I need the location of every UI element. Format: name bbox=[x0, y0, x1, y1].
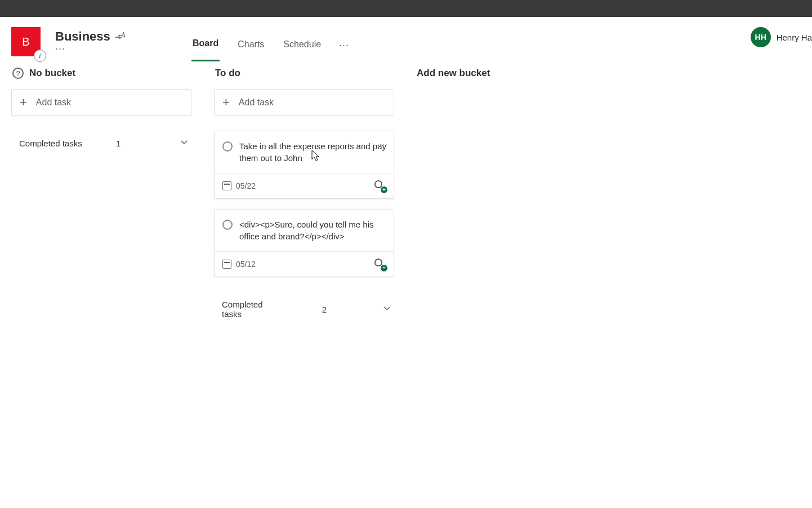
plus-icon: + bbox=[222, 95, 230, 110]
task-title: <div><p>Sure, could you tell me his offi… bbox=[239, 219, 387, 242]
completed-tasks-toggle[interactable]: Completed tasks 1 bbox=[11, 139, 191, 148]
user-name: Henry Ha bbox=[777, 33, 812, 42]
bucket-todo: To do + Add task Take in all the expense… bbox=[214, 68, 394, 319]
add-plus-icon: + bbox=[381, 265, 387, 271]
add-task-label: Add task bbox=[239, 97, 274, 108]
plus-icon: + bbox=[20, 95, 27, 110]
add-new-bucket[interactable]: Add new bucket bbox=[417, 68, 563, 79]
task-card[interactable]: Take in all the expense reports and pay … bbox=[214, 131, 394, 199]
header: B i Business ··· Board Charts Schedule ·… bbox=[0, 17, 812, 62]
calendar-icon bbox=[222, 181, 231, 190]
plan-more-icon[interactable]: ··· bbox=[55, 43, 125, 55]
add-task-label: Add task bbox=[36, 97, 71, 108]
chevron-down-icon bbox=[383, 305, 391, 314]
plan-tile-letter: B bbox=[22, 35, 29, 48]
window-chrome bbox=[0, 0, 812, 17]
plan-title[interactable]: Business bbox=[55, 29, 110, 44]
user-button[interactable]: HH Henry Ha bbox=[751, 27, 812, 47]
task-more-icon[interactable]: ··· bbox=[379, 139, 388, 149]
avatar: HH bbox=[751, 27, 771, 47]
help-icon[interactable]: ? bbox=[12, 68, 24, 79]
complete-radio[interactable] bbox=[222, 141, 233, 151]
completed-count: 1 bbox=[116, 139, 121, 148]
completed-count: 2 bbox=[322, 305, 327, 314]
assign-button[interactable]: + bbox=[374, 180, 386, 191]
complete-radio[interactable] bbox=[222, 220, 233, 230]
add-task-button[interactable]: + Add task bbox=[11, 89, 191, 116]
add-plus-icon: + bbox=[381, 186, 387, 193]
task-card[interactable]: <div><p>Sure, could you tell me his offi… bbox=[214, 209, 394, 277]
completed-tasks-toggle[interactable]: Completed tasks 2 bbox=[214, 300, 394, 319]
due-date-text: 05/22 bbox=[236, 181, 256, 190]
due-date: 05/12 bbox=[222, 260, 256, 269]
assign-button[interactable]: + bbox=[374, 259, 386, 270]
info-icon[interactable]: i bbox=[34, 50, 46, 62]
bucket-no-bucket: ? No bucket + Add task Completed tasks 1 bbox=[11, 68, 191, 148]
tab-board[interactable]: Board bbox=[191, 29, 220, 61]
view-tabs: Board Charts Schedule ··· bbox=[191, 29, 349, 61]
bucket-title[interactable]: To do bbox=[215, 68, 240, 79]
due-date-text: 05/12 bbox=[236, 260, 256, 269]
completed-label: Completed tasks bbox=[19, 139, 82, 148]
add-task-button[interactable]: + Add task bbox=[214, 89, 394, 116]
completed-label: Completed tasks bbox=[222, 300, 266, 319]
due-date: 05/22 bbox=[222, 181, 256, 190]
plan-title-wrap: Business ··· bbox=[55, 29, 125, 55]
tab-charts[interactable]: Charts bbox=[237, 30, 265, 61]
calendar-icon bbox=[222, 260, 231, 269]
pin-icon[interactable] bbox=[114, 29, 127, 43]
board: ? No bucket + Add task Completed tasks 1… bbox=[0, 62, 812, 324]
plan-tile[interactable]: B i bbox=[11, 27, 41, 56]
chevron-down-icon bbox=[180, 139, 188, 148]
bucket-title[interactable]: No bucket bbox=[29, 68, 75, 79]
tab-schedule[interactable]: Schedule bbox=[282, 30, 322, 61]
tab-more-icon[interactable]: ··· bbox=[339, 39, 349, 51]
task-title: Take in all the expense reports and pay … bbox=[239, 140, 387, 164]
